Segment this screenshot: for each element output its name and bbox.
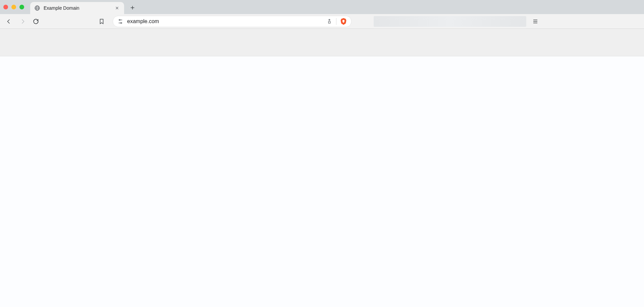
globe-icon xyxy=(34,5,40,11)
toolbar xyxy=(0,14,644,29)
url-input[interactable] xyxy=(127,18,323,24)
forward-button[interactable] xyxy=(17,16,28,27)
brave-shields-button[interactable] xyxy=(340,18,347,25)
divider xyxy=(336,18,336,25)
tab-strip: Example Domain xyxy=(0,0,644,14)
share-button[interactable] xyxy=(326,18,333,25)
bookmark-icon xyxy=(99,18,105,24)
reload-icon xyxy=(33,18,39,24)
page-content xyxy=(0,56,644,307)
svg-point-8 xyxy=(119,19,120,20)
window-close-button[interactable] xyxy=(3,5,8,9)
hamburger-icon xyxy=(532,18,538,24)
extensions-area[interactable] xyxy=(374,16,526,27)
browser-tab[interactable]: Example Domain xyxy=(30,2,124,14)
svg-point-10 xyxy=(121,22,122,23)
window-controls xyxy=(3,0,30,14)
window-minimize-button[interactable] xyxy=(11,5,16,9)
tune-icon xyxy=(117,18,123,24)
close-icon xyxy=(115,6,119,10)
address-bar[interactable] xyxy=(113,16,352,27)
site-settings-button[interactable] xyxy=(117,18,124,25)
back-button[interactable] xyxy=(3,16,15,27)
back-arrow-icon xyxy=(6,18,12,24)
toolbar-right-cluster xyxy=(374,16,541,27)
app-menu-button[interactable] xyxy=(530,16,541,27)
new-tab-button[interactable] xyxy=(127,2,138,13)
reload-button[interactable] xyxy=(30,16,42,27)
bookmark-button[interactable] xyxy=(96,16,107,27)
window-maximize-button[interactable] xyxy=(19,5,24,9)
forward-arrow-icon xyxy=(19,18,25,24)
brave-lion-icon xyxy=(340,18,347,25)
tab-close-button[interactable] xyxy=(114,5,120,11)
bookmarks-bar xyxy=(0,29,644,56)
plus-icon xyxy=(130,5,135,10)
tab-title: Example Domain xyxy=(44,5,111,11)
share-icon xyxy=(327,19,332,24)
